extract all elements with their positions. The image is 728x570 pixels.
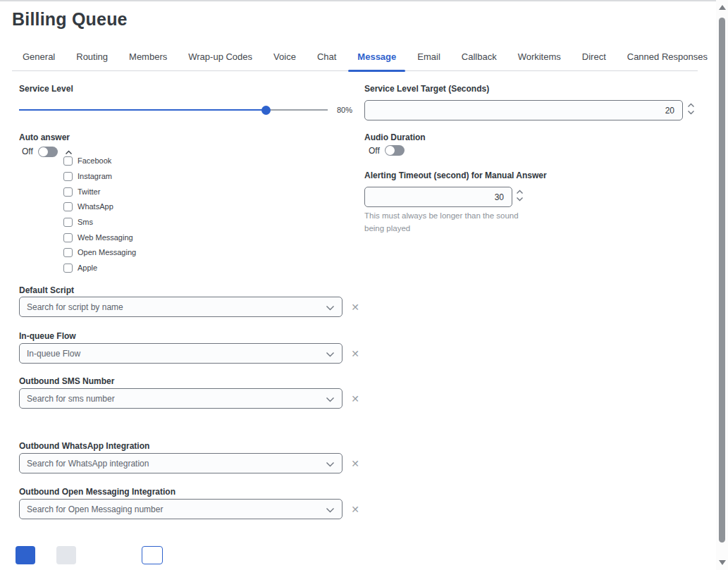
tab-general[interactable]: General — [12, 44, 66, 70]
cancel-button[interactable] — [142, 546, 163, 564]
alerting-timeout-label: Alerting Timeout (second) for Manual Ans… — [364, 171, 547, 180]
service-level-slider[interactable] — [19, 106, 328, 115]
spinner-down-icon[interactable] — [516, 197, 524, 202]
checkbox-label: Web Messaging — [78, 233, 133, 242]
alerting-timeout-spinner — [516, 190, 524, 202]
slider-fill — [19, 109, 266, 111]
default-script-label: Default Script — [19, 285, 74, 295]
tab-chat[interactable]: Chat — [307, 44, 347, 70]
tab-email[interactable]: Email — [407, 44, 451, 70]
tab-canned-responses[interactable]: Canned Responses — [617, 44, 718, 70]
tab-workitems[interactable]: Workitems — [507, 44, 572, 70]
scrollbar-down-arrow-icon[interactable] — [719, 560, 726, 565]
checkbox-twitter[interactable] — [63, 187, 73, 197]
scrollbar-thumb[interactable] — [719, 18, 725, 543]
spinner-up-icon[interactable] — [516, 190, 524, 194]
checkbox-web-messaging[interactable] — [63, 233, 73, 242]
default-script-combobox[interactable]: Search for script by name — [19, 297, 343, 317]
chevron-down-icon — [326, 457, 335, 470]
clear-x-icon[interactable]: ✕ — [350, 458, 361, 469]
tab-bar: General Routing Members Wrap-up Codes Vo… — [12, 44, 698, 71]
save-and-continue-button[interactable] — [56, 546, 76, 564]
tab-direct[interactable]: Direct — [572, 44, 617, 70]
audio-duration-label: Audio Duration — [364, 132, 426, 142]
outbound-open-messaging-combobox[interactable]: Search for Open Messaging number — [19, 499, 343, 519]
checkbox-whatsapp[interactable] — [63, 202, 73, 211]
tab-members[interactable]: Members — [118, 44, 178, 70]
checkbox-label: Apple — [78, 264, 97, 272]
tab-wrap-up-codes[interactable]: Wrap-up Codes — [178, 44, 263, 70]
auto-answer-label: Auto answer — [19, 132, 70, 142]
tab-voice[interactable]: Voice — [263, 44, 307, 70]
combobox-placeholder: Search for script by name — [27, 302, 326, 312]
service-level-target-label: Service Level Target (Seconds) — [364, 84, 489, 94]
checkbox-instagram[interactable] — [63, 172, 73, 181]
outbound-sms-label: Outbound SMS Number — [19, 376, 114, 386]
outbound-whatsapp-combobox[interactable]: Search for WhatsApp integration — [19, 453, 343, 473]
outbound-whatsapp-label: Outbound WhatsApp Integration — [19, 441, 149, 451]
checkbox-label: Open Messaging — [78, 248, 136, 256]
chevron-down-icon — [326, 392, 335, 405]
outbound-open-messaging-label: Outbound Open Messaging Integration — [19, 487, 175, 497]
combobox-placeholder: Search for Open Messaging number — [27, 504, 326, 514]
checkbox-sms[interactable] — [63, 218, 73, 227]
chevron-down-icon — [326, 301, 335, 314]
audio-duration-toggle-row: Off — [369, 145, 405, 156]
channel-row-apple: Apple — [63, 263, 97, 273]
audio-duration-state: Off — [369, 146, 380, 156]
channel-row-instagram: Instagram — [63, 171, 112, 181]
outbound-sms-combobox[interactable]: Search for sms number — [19, 388, 343, 409]
service-level-value: 80% — [337, 106, 352, 114]
checkbox-facebook[interactable] — [63, 156, 73, 166]
auto-answer-state: Off — [22, 147, 33, 156]
alerting-timeout-input[interactable] — [364, 187, 512, 207]
tab-message[interactable]: Message — [347, 44, 407, 70]
checkbox-open-messaging[interactable] — [63, 248, 73, 257]
checkbox-apple[interactable] — [63, 264, 73, 273]
slider-thumb-icon[interactable] — [261, 106, 271, 115]
chevron-down-icon — [326, 347, 335, 360]
channel-row-web-messaging: Web Messaging — [63, 233, 133, 242]
toggle-knob-icon — [385, 146, 395, 155]
channel-row-sms: Sms — [63, 217, 93, 227]
spinner-up-icon[interactable] — [687, 103, 695, 108]
page-title: Billing Queue — [12, 9, 128, 30]
combobox-placeholder: Search for WhatsApp integration — [27, 459, 326, 469]
service-level-target-input[interactable] — [364, 100, 683, 120]
tab-callback[interactable]: Callback — [451, 44, 507, 70]
channel-row-whatsapp: WhatsApp — [63, 202, 113, 211]
checkbox-label: Facebook — [78, 156, 111, 165]
service-level-target-spinner — [687, 103, 695, 115]
checkbox-label: Instagram — [78, 172, 112, 180]
spinner-down-icon[interactable] — [687, 110, 695, 115]
clear-x-icon[interactable]: ✕ — [350, 393, 361, 404]
checkbox-label: Twitter — [78, 187, 100, 196]
channel-row-facebook: Facebook — [63, 156, 111, 166]
in-queue-flow-combobox[interactable]: In-queue Flow — [19, 343, 343, 364]
scrollbar-up-arrow-icon[interactable] — [719, 5, 726, 10]
channel-row-open-messaging: Open Messaging — [63, 247, 136, 257]
toggle-knob-icon — [39, 147, 48, 156]
tab-routing[interactable]: Routing — [66, 44, 118, 70]
clear-x-icon[interactable]: ✕ — [350, 348, 361, 359]
top-divider — [0, 0, 728, 1]
checkbox-label: WhatsApp — [78, 202, 113, 211]
in-queue-flow-label: In-queue Flow — [19, 331, 76, 341]
save-button[interactable] — [16, 546, 35, 564]
chevron-down-icon — [326, 503, 335, 516]
service-level-label: Service Level — [19, 84, 73, 94]
clear-x-icon[interactable]: ✕ — [350, 302, 361, 313]
channel-row-twitter: Twitter — [63, 187, 100, 197]
vertical-scrollbar[interactable] — [716, 0, 728, 570]
combobox-placeholder: Search for sms number — [27, 394, 326, 404]
audio-duration-toggle[interactable] — [385, 145, 405, 156]
alerting-timeout-help: This must always be longer than the soun… — [364, 209, 528, 235]
clear-x-icon[interactable]: ✕ — [350, 504, 361, 515]
auto-answer-toggle[interactable] — [38, 147, 58, 157]
combobox-placeholder: In-queue Flow — [27, 349, 326, 359]
checkbox-label: Sms — [78, 218, 93, 226]
